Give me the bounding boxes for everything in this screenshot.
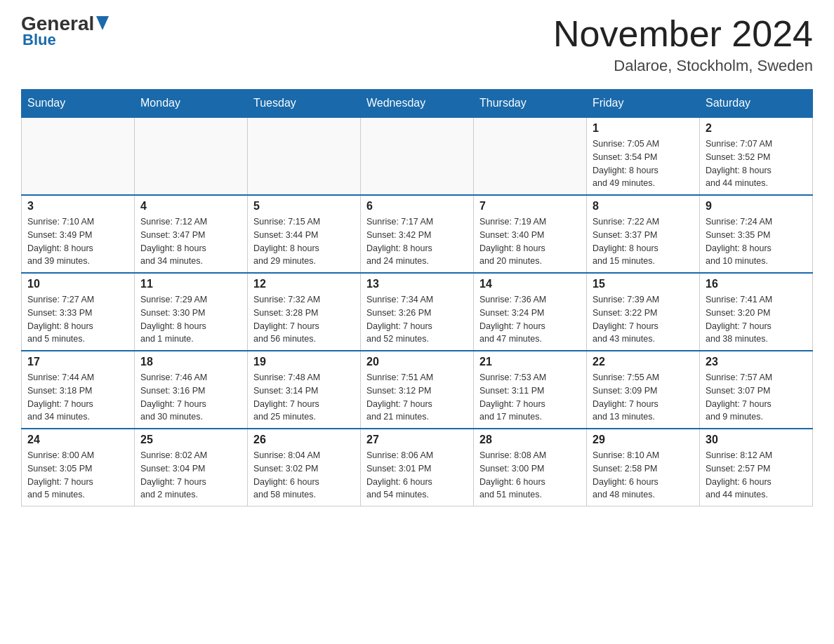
calendar-cell: 22Sunrise: 7:55 AM Sunset: 3:09 PM Dayli… — [587, 351, 700, 429]
day-number: 4 — [140, 200, 241, 213]
calendar-cell: 8Sunrise: 7:22 AM Sunset: 3:37 PM Daylig… — [587, 195, 700, 273]
day-info: Sunrise: 7:55 AM Sunset: 3:09 PM Dayligh… — [593, 371, 694, 424]
day-header-saturday: Saturday — [700, 90, 813, 118]
week-row-3: 10Sunrise: 7:27 AM Sunset: 3:33 PM Dayli… — [22, 273, 813, 351]
day-number: 18 — [140, 356, 241, 368]
week-row-5: 24Sunrise: 8:00 AM Sunset: 3:05 PM Dayli… — [22, 429, 813, 507]
day-number: 27 — [366, 434, 468, 446]
day-info: Sunrise: 7:05 AM Sunset: 3:54 PM Dayligh… — [593, 137, 694, 190]
day-number: 13 — [366, 278, 468, 290]
day-info: Sunrise: 7:57 AM Sunset: 3:07 PM Dayligh… — [706, 371, 807, 424]
calendar-cell: 18Sunrise: 7:46 AM Sunset: 3:16 PM Dayli… — [135, 351, 248, 429]
calendar-cell: 17Sunrise: 7:44 AM Sunset: 3:18 PM Dayli… — [22, 351, 135, 429]
day-info: Sunrise: 7:53 AM Sunset: 3:11 PM Dayligh… — [479, 371, 581, 424]
day-info: Sunrise: 7:36 AM Sunset: 3:24 PM Dayligh… — [479, 293, 581, 346]
day-header-friday: Friday — [587, 90, 700, 118]
day-number: 7 — [479, 200, 581, 213]
calendar-cell — [474, 117, 587, 195]
calendar-cell: 7Sunrise: 7:19 AM Sunset: 3:40 PM Daylig… — [474, 195, 587, 273]
page-header: General Blue November 2024 Dalaroe, Stoc… — [21, 14, 813, 75]
calendar-cell: 3Sunrise: 7:10 AM Sunset: 3:49 PM Daylig… — [22, 195, 135, 273]
day-header-tuesday: Tuesday — [248, 90, 361, 118]
day-info: Sunrise: 8:00 AM Sunset: 3:05 PM Dayligh… — [27, 449, 128, 502]
day-info: Sunrise: 7:12 AM Sunset: 3:47 PM Dayligh… — [140, 215, 241, 268]
day-number: 16 — [706, 278, 807, 290]
day-info: Sunrise: 8:06 AM Sunset: 3:01 PM Dayligh… — [366, 449, 468, 502]
day-info: Sunrise: 7:48 AM Sunset: 3:14 PM Dayligh… — [253, 371, 355, 424]
calendar-cell: 24Sunrise: 8:00 AM Sunset: 3:05 PM Dayli… — [22, 429, 135, 507]
day-info: Sunrise: 8:04 AM Sunset: 3:02 PM Dayligh… — [253, 449, 355, 502]
calendar-cell: 4Sunrise: 7:12 AM Sunset: 3:47 PM Daylig… — [135, 195, 248, 273]
day-number: 28 — [479, 434, 581, 446]
day-number: 11 — [140, 278, 241, 290]
calendar-cell — [135, 117, 248, 195]
day-number: 8 — [593, 200, 694, 213]
day-info: Sunrise: 7:17 AM Sunset: 3:42 PM Dayligh… — [366, 215, 468, 268]
day-number: 17 — [27, 356, 128, 368]
day-header-thursday: Thursday — [474, 90, 587, 118]
calendar-cell: 15Sunrise: 7:39 AM Sunset: 3:22 PM Dayli… — [587, 273, 700, 351]
day-number: 19 — [253, 356, 355, 368]
calendar-cell: 1Sunrise: 7:05 AM Sunset: 3:54 PM Daylig… — [587, 117, 700, 195]
calendar-cell: 29Sunrise: 8:10 AM Sunset: 2:58 PM Dayli… — [587, 429, 700, 507]
calendar-cell: 20Sunrise: 7:51 AM Sunset: 3:12 PM Dayli… — [361, 351, 474, 429]
calendar-cell: 19Sunrise: 7:48 AM Sunset: 3:14 PM Dayli… — [248, 351, 361, 429]
day-number: 10 — [27, 278, 128, 290]
calendar-cell: 16Sunrise: 7:41 AM Sunset: 3:20 PM Dayli… — [700, 273, 813, 351]
week-row-2: 3Sunrise: 7:10 AM Sunset: 3:49 PM Daylig… — [22, 195, 813, 273]
calendar-table: SundayMondayTuesdayWednesdayThursdayFrid… — [21, 89, 813, 507]
day-number: 30 — [706, 434, 807, 446]
day-info: Sunrise: 7:24 AM Sunset: 3:35 PM Dayligh… — [706, 215, 807, 268]
day-info: Sunrise: 7:29 AM Sunset: 3:30 PM Dayligh… — [140, 293, 241, 346]
calendar-body: 1Sunrise: 7:05 AM Sunset: 3:54 PM Daylig… — [22, 117, 813, 507]
calendar-cell: 28Sunrise: 8:08 AM Sunset: 3:00 PM Dayli… — [474, 429, 587, 507]
day-number: 20 — [366, 356, 468, 368]
day-number: 1 — [593, 122, 694, 135]
calendar-cell: 25Sunrise: 8:02 AM Sunset: 3:04 PM Dayli… — [135, 429, 248, 507]
title-block: November 2024 Dalaroe, Stockholm, Sweden — [553, 14, 813, 75]
day-number: 3 — [27, 200, 128, 213]
day-info: Sunrise: 7:34 AM Sunset: 3:26 PM Dayligh… — [366, 293, 468, 346]
day-number: 21 — [479, 356, 581, 368]
day-info: Sunrise: 7:46 AM Sunset: 3:16 PM Dayligh… — [140, 371, 241, 424]
month-title: November 2024 — [553, 14, 813, 54]
day-number: 2 — [706, 122, 807, 135]
calendar-cell: 30Sunrise: 8:12 AM Sunset: 2:57 PM Dayli… — [700, 429, 813, 507]
calendar-cell: 10Sunrise: 7:27 AM Sunset: 3:33 PM Dayli… — [22, 273, 135, 351]
logo-blue-text: Blue — [22, 31, 56, 49]
location-text: Dalaroe, Stockholm, Sweden — [553, 57, 813, 75]
day-number: 15 — [593, 278, 694, 290]
day-number: 29 — [593, 434, 694, 446]
calendar-cell — [22, 117, 135, 195]
day-info: Sunrise: 7:39 AM Sunset: 3:22 PM Dayligh… — [593, 293, 694, 346]
day-info: Sunrise: 7:07 AM Sunset: 3:52 PM Dayligh… — [706, 137, 807, 190]
calendar-cell: 5Sunrise: 7:15 AM Sunset: 3:44 PM Daylig… — [248, 195, 361, 273]
calendar-cell: 12Sunrise: 7:32 AM Sunset: 3:28 PM Dayli… — [248, 273, 361, 351]
day-info: Sunrise: 7:41 AM Sunset: 3:20 PM Dayligh… — [706, 293, 807, 346]
day-info: Sunrise: 8:08 AM Sunset: 3:00 PM Dayligh… — [479, 449, 581, 502]
calendar-cell: 27Sunrise: 8:06 AM Sunset: 3:01 PM Dayli… — [361, 429, 474, 507]
day-info: Sunrise: 8:10 AM Sunset: 2:58 PM Dayligh… — [593, 449, 694, 502]
logo-triangle-icon — [96, 16, 109, 30]
day-header-wednesday: Wednesday — [361, 90, 474, 118]
day-number: 12 — [253, 278, 355, 290]
day-info: Sunrise: 7:10 AM Sunset: 3:49 PM Dayligh… — [27, 215, 128, 268]
day-info: Sunrise: 8:12 AM Sunset: 2:57 PM Dayligh… — [706, 449, 807, 502]
day-header-monday: Monday — [135, 90, 248, 118]
day-info: Sunrise: 7:27 AM Sunset: 3:33 PM Dayligh… — [27, 293, 128, 346]
day-number: 14 — [479, 278, 581, 290]
day-number: 26 — [253, 434, 355, 446]
day-number: 9 — [706, 200, 807, 213]
day-number: 23 — [706, 356, 807, 368]
day-number: 6 — [366, 200, 468, 213]
day-info: Sunrise: 8:02 AM Sunset: 3:04 PM Dayligh… — [140, 449, 241, 502]
day-info: Sunrise: 7:19 AM Sunset: 3:40 PM Dayligh… — [479, 215, 581, 268]
calendar-cell: 11Sunrise: 7:29 AM Sunset: 3:30 PM Dayli… — [135, 273, 248, 351]
day-number: 22 — [593, 356, 694, 368]
day-info: Sunrise: 7:32 AM Sunset: 3:28 PM Dayligh… — [253, 293, 355, 346]
week-row-4: 17Sunrise: 7:44 AM Sunset: 3:18 PM Dayli… — [22, 351, 813, 429]
calendar-cell: 13Sunrise: 7:34 AM Sunset: 3:26 PM Dayli… — [361, 273, 474, 351]
day-info: Sunrise: 7:15 AM Sunset: 3:44 PM Dayligh… — [253, 215, 355, 268]
logo: General Blue — [21, 14, 109, 49]
day-info: Sunrise: 7:51 AM Sunset: 3:12 PM Dayligh… — [366, 371, 468, 424]
